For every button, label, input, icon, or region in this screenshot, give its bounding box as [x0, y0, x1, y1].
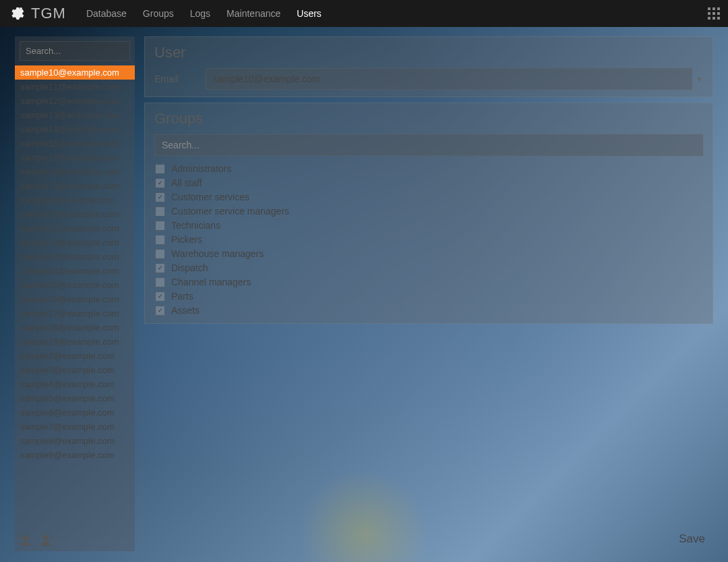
svg-point-0	[20, 7, 22, 10]
nav-item-database[interactable]: Database	[86, 8, 127, 19]
user-sidebar: sample10@example.comsample11@example.com…	[15, 36, 135, 551]
save-button[interactable]: Save	[679, 532, 705, 546]
svg-rect-8	[712, 17, 715, 20]
group-label: Parts	[171, 291, 193, 302]
group-checkbox[interactable]	[156, 207, 164, 216]
remove-user-icon[interactable]	[39, 532, 55, 549]
svg-point-11	[43, 535, 49, 540]
svg-rect-9	[717, 17, 720, 20]
email-dropdown-caret-icon[interactable]: ▾	[695, 74, 703, 84]
user-list-item[interactable]: sample4@example.com	[15, 377, 135, 391]
email-row: Email ▾	[154, 68, 703, 90]
group-label: Channel managers	[171, 277, 251, 287]
groups-panel-title: Groups	[154, 110, 703, 128]
group-label: Technicians	[171, 220, 220, 231]
group-checkbox[interactable]	[156, 250, 164, 258]
user-list: sample10@example.comsample11@example.com…	[15, 65, 135, 530]
group-checkbox[interactable]	[156, 165, 164, 173]
group-item: Channel managers	[154, 276, 703, 288]
user-list-item[interactable]: sample3@example.com	[15, 363, 135, 377]
group-label: Customer service managers	[171, 206, 289, 217]
groups-panel: Groups Administrators✓All staff✓Customer…	[144, 103, 713, 324]
group-item: ✓Dispatch	[154, 262, 703, 274]
svg-rect-6	[717, 12, 720, 15]
user-list-item[interactable]: sample27@example.com	[15, 306, 135, 320]
user-list-item[interactable]: sample28@example.com	[15, 320, 135, 335]
user-list-item[interactable]: sample23@example.com	[15, 250, 135, 264]
main-nav: DatabaseGroupsLogsMaintenanceUsers	[86, 8, 322, 19]
group-checkbox[interactable]: ✓	[156, 193, 164, 202]
app-logo: TGM	[8, 5, 66, 22]
group-item: Technicians	[154, 219, 703, 231]
svg-rect-3	[717, 7, 720, 10]
sidebar-search-input[interactable]	[20, 41, 130, 61]
user-list-item[interactable]: sample11@example.com	[15, 80, 135, 94]
svg-point-10	[23, 535, 28, 540]
group-label: Customer services	[171, 192, 249, 202]
group-checkbox[interactable]: ✓	[156, 292, 164, 301]
user-list-item[interactable]: sample8@example.com	[15, 434, 135, 448]
workspace: sample10@example.comsample11@example.com…	[15, 36, 713, 551]
email-input[interactable]	[206, 68, 692, 90]
nav-item-logs[interactable]: Logs	[190, 8, 210, 19]
user-list-item[interactable]: sample7@example.com	[15, 420, 135, 434]
group-label: Assets	[171, 305, 200, 316]
user-list-item[interactable]: sample24@example.com	[15, 264, 135, 278]
email-input-wrap: ▾	[206, 68, 703, 90]
group-item: ✓Parts	[154, 290, 703, 302]
svg-rect-2	[712, 7, 715, 10]
user-panel: User Email ▾	[144, 36, 713, 97]
group-label: Administrators	[171, 163, 231, 174]
user-list-item[interactable]: sample29@example.com	[15, 335, 135, 349]
group-item: Pickers	[154, 233, 703, 246]
group-checkbox[interactable]	[156, 221, 164, 230]
group-item: Customer service managers	[154, 205, 703, 217]
user-list-item[interactable]: sample26@example.com	[15, 292, 135, 306]
group-item: ✓Customer services	[154, 191, 703, 203]
user-list-item[interactable]: sample12@example.com	[15, 94, 135, 108]
group-checkbox[interactable]: ✓	[156, 306, 164, 315]
group-label: Pickers	[171, 234, 202, 245]
user-list-item[interactable]: sample6@example.com	[15, 405, 135, 420]
topbar: TGM DatabaseGroupsLogsMaintenanceUsers	[0, 0, 728, 27]
user-list-item[interactable]: sample25@example.com	[15, 278, 135, 292]
user-list-item[interactable]: sample1@example.com	[15, 193, 135, 207]
group-checkbox[interactable]: ✓	[156, 264, 164, 273]
email-label: Email	[154, 74, 192, 84]
sidebar-footer	[15, 530, 135, 551]
nav-item-maintenance[interactable]: Maintenance	[226, 8, 280, 19]
svg-rect-7	[708, 17, 710, 20]
groups-search-input[interactable]	[154, 134, 703, 156]
app-title: TGM	[31, 5, 66, 22]
user-list-item[interactable]: sample2@example.com	[15, 349, 135, 363]
group-list: Administrators✓All staff✓Customer servic…	[154, 163, 703, 316]
user-list-item[interactable]: sample20@example.com	[15, 207, 135, 221]
gear-icon	[8, 5, 24, 22]
user-list-item[interactable]: sample15@example.com	[15, 136, 135, 150]
svg-rect-1	[708, 7, 710, 10]
svg-rect-4	[708, 12, 710, 15]
apps-grid-icon[interactable]	[708, 7, 720, 20]
user-list-item[interactable]: sample14@example.com	[15, 122, 135, 136]
user-list-item[interactable]: sample10@example.com	[15, 65, 135, 80]
user-list-item[interactable]: sample13@example.com	[15, 108, 135, 122]
group-label: All staff	[171, 177, 202, 188]
group-checkbox[interactable]: ✓	[156, 179, 164, 188]
group-checkbox[interactable]	[156, 235, 164, 244]
user-list-item[interactable]: sample5@example.com	[15, 391, 135, 405]
user-list-item[interactable]: sample9@example.com	[15, 448, 135, 462]
user-list-item[interactable]: sample22@example.com	[15, 235, 135, 250]
group-item: Administrators	[154, 163, 703, 175]
svg-rect-5	[712, 12, 715, 15]
nav-item-users[interactable]: Users	[297, 8, 322, 19]
user-list-item[interactable]: sample21@example.com	[15, 221, 135, 235]
main-content: User Email ▾ Groups Administrators✓All s…	[144, 36, 713, 551]
group-label: Dispatch	[171, 262, 208, 273]
group-checkbox[interactable]	[156, 278, 164, 287]
user-list-item[interactable]: sample17@example.com	[15, 150, 135, 165]
user-list-item[interactable]: sample18@example.com	[15, 165, 135, 179]
group-item: ✓All staff	[154, 177, 703, 189]
user-list-item[interactable]: sample19@example.com	[15, 179, 135, 193]
add-user-icon[interactable]	[16, 532, 32, 549]
nav-item-groups[interactable]: Groups	[143, 8, 174, 19]
